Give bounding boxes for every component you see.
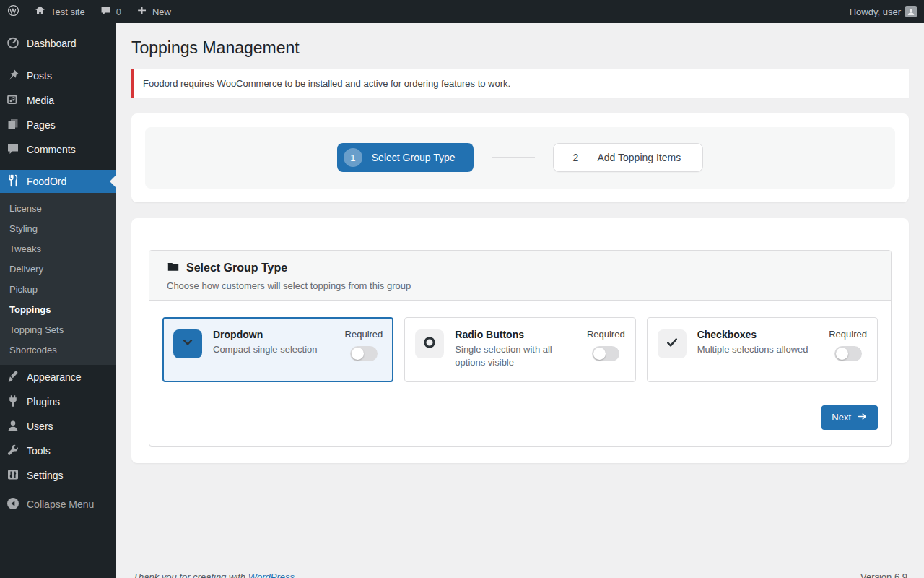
required-label: Required	[587, 329, 625, 340]
required-toggle-checkboxes[interactable]	[834, 346, 862, 361]
submenu-item-delivery[interactable]: Delivery	[0, 259, 116, 279]
toggle-knob	[593, 348, 606, 360]
foodord-submenu: License Styling Tweaks Delivery Pickup T…	[0, 193, 116, 365]
site-name-link[interactable]: Test site	[27, 0, 92, 23]
step-label: Select Group Type	[372, 152, 456, 163]
option-card-radio-buttons[interactable]: Radio Buttons Single selection with all …	[404, 317, 635, 382]
plug-icon	[6, 394, 20, 410]
next-button-row: Next	[162, 405, 878, 430]
sidebar-label: Users	[27, 420, 53, 432]
sidebar-label: Plugins	[27, 396, 60, 407]
dropdown-tile	[173, 329, 202, 358]
option-title: Checkboxes	[697, 329, 819, 340]
footer-thanks-period: .	[295, 571, 297, 578]
sidebar-item-settings[interactable]: Settings	[0, 463, 116, 488]
checkmark-icon	[664, 335, 680, 353]
required-control: Required	[829, 327, 867, 361]
stepper-card: 1 Select Group Type 2 Add Topping Items	[131, 113, 909, 202]
option-description: Single selection with all options visibl…	[455, 343, 576, 369]
chevron-down-icon	[180, 335, 196, 353]
admin-footer: Thank you for creating with WordPress. V…	[131, 571, 909, 578]
option-card-dropdown[interactable]: Dropdown Compact single selection Requir…	[162, 317, 393, 382]
wordpress-link[interactable]: WordPress	[248, 571, 295, 578]
sidebar-label: Comments	[27, 144, 76, 155]
next-button[interactable]: Next	[821, 405, 878, 430]
submenu-item-license[interactable]: License	[0, 198, 116, 218]
sidebar-item-posts[interactable]: Posts	[0, 64, 116, 88]
required-control: Required	[587, 327, 625, 361]
sidebar-item-dashboard[interactable]: Dashboard	[0, 31, 116, 56]
my-account-menu[interactable]: Howdy, user	[842, 0, 924, 23]
submenu-item-toppings[interactable]: Toppings	[0, 299, 116, 319]
folder-icon	[167, 260, 180, 276]
new-content-menu[interactable]: New	[128, 0, 178, 23]
sidebar-label: Tools	[27, 445, 51, 457]
woocommerce-notice: Foodord requires WooCommerce to be insta…	[131, 69, 909, 98]
avatar	[905, 6, 917, 17]
submenu-item-shortcodes[interactable]: Shortcodes	[0, 340, 116, 360]
media-icon	[6, 92, 20, 109]
menu-separator	[0, 23, 116, 31]
sidebar-label: Pages	[27, 119, 56, 131]
stepper: 1 Select Group Type 2 Add Topping Items	[145, 127, 895, 189]
required-toggle-dropdown[interactable]	[350, 346, 378, 361]
submenu-item-styling[interactable]: Styling	[0, 218, 116, 238]
pushpin-icon	[6, 68, 20, 85]
option-text: Checkboxes Multiple selections allowed	[697, 327, 819, 356]
checkbox-tile	[658, 329, 687, 358]
next-label: Next	[832, 412, 851, 423]
toggle-knob	[836, 348, 848, 360]
menu-separator	[0, 162, 116, 170]
option-title: Dropdown	[213, 329, 334, 340]
sidebar-item-pages[interactable]: Pages	[0, 113, 116, 137]
sidebar-item-tools[interactable]: Tools	[0, 439, 116, 463]
submenu-label: Toppings	[9, 304, 51, 315]
footer-thanks-text: Thank you for creating with	[133, 571, 248, 578]
sidebar-item-appearance[interactable]: Appearance	[0, 365, 116, 389]
radio-circle-icon	[422, 335, 437, 353]
comments-icon	[6, 142, 20, 158]
required-control: Required	[345, 327, 383, 361]
comments-adminbar-link[interactable]: 0	[92, 0, 128, 23]
toggle-knob	[352, 348, 364, 360]
sidebar-label: Dashboard	[27, 38, 77, 49]
footer-thanks: Thank you for creating with WordPress.	[133, 571, 297, 578]
sidebar-item-plugins[interactable]: Plugins	[0, 389, 116, 414]
group-type-panel-body: Dropdown Compact single selection Requir…	[149, 301, 891, 446]
sidebar-label: Media	[27, 95, 54, 106]
main-content: Toppings Management Foodord requires Woo…	[116, 0, 924, 578]
plus-icon	[136, 4, 148, 19]
collapse-arrow-icon	[6, 496, 20, 513]
radio-tile	[415, 329, 444, 358]
option-description: Multiple selections allowed	[697, 343, 819, 356]
footer-version: Version 6.9	[860, 571, 907, 578]
wordpress-logo-menu[interactable]	[0, 0, 27, 23]
option-card-checkboxes[interactable]: Checkboxes Multiple selections allowed R…	[647, 317, 878, 382]
paintbrush-icon	[6, 369, 20, 386]
comment-count: 0	[116, 7, 121, 17]
user-icon	[6, 418, 20, 435]
collapse-label: Collapse Menu	[27, 499, 94, 510]
utensils-icon	[6, 173, 20, 190]
sidebar-label: Posts	[27, 70, 52, 82]
step-1-select-group-type[interactable]: 1 Select Group Type	[337, 143, 474, 172]
sidebar-item-users[interactable]: Users	[0, 414, 116, 439]
submenu-item-pickup[interactable]: Pickup	[0, 279, 116, 299]
step-2-add-topping-items[interactable]: 2 Add Topping Items	[553, 143, 703, 172]
sidebar-item-comments[interactable]: Comments	[0, 137, 116, 162]
required-toggle-radio[interactable]	[592, 346, 619, 361]
sidebar-item-media[interactable]: Media	[0, 88, 116, 113]
collapse-menu-button[interactable]: Collapse Menu	[0, 492, 116, 517]
group-type-panel-header: Select Group Type Choose how customers w…	[149, 251, 891, 301]
step-label: Add Topping Items	[597, 152, 687, 163]
submenu-label: Delivery	[9, 264, 43, 275]
submenu-item-tweaks[interactable]: Tweaks	[0, 238, 116, 259]
page-title: Toppings Management	[131, 38, 909, 59]
group-type-title-row: Select Group Type	[167, 260, 873, 276]
submenu-item-topping-sets[interactable]: Topping Sets	[0, 319, 116, 340]
sidebar-label: Settings	[27, 470, 64, 481]
admin-sidebar: Dashboard Posts Media Pages Comments Foo…	[0, 23, 116, 578]
howdy-label: Howdy, user	[850, 7, 901, 17]
group-type-options: Dropdown Compact single selection Requir…	[162, 317, 878, 382]
sidebar-item-foodord[interactable]: FoodOrd	[0, 170, 116, 193]
